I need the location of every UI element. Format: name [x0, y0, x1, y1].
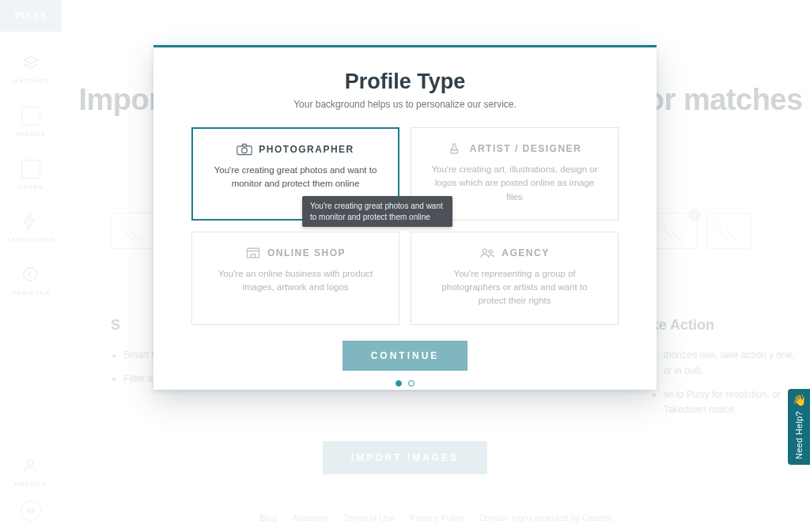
footer-link[interactable]: Privacy Policy — [410, 513, 464, 523]
svg-point-5 — [483, 249, 486, 253]
svg-point-6 — [489, 250, 492, 253]
step-dot-2[interactable] — [408, 380, 414, 387]
continue-button[interactable]: CONTINUE — [343, 341, 468, 371]
thumb-icon — [111, 213, 157, 249]
bolt-icon — [21, 213, 40, 232]
option-desc: You're an online business with product i… — [210, 267, 380, 295]
footer-text: Domain logos provided by Clearbit — [479, 513, 612, 523]
count-badge: 4 — [688, 209, 701, 221]
feature-bullet: thorized use, take action y one, or in b… — [664, 348, 802, 379]
sidebar-item-label: MATCHES — [13, 77, 49, 85]
sidebar-item-label: REGISTER — [12, 289, 51, 296]
option-agency[interactable]: AGENCY You're representing a group of ph… — [411, 232, 619, 325]
copyright-icon — [21, 266, 40, 285]
sidebar-item-cases[interactable]: CASES — [18, 160, 44, 191]
sidebar-item-matches[interactable]: MATCHES — [13, 54, 49, 85]
brush-icon — [448, 142, 464, 155]
sidebar-profile[interactable]: PROFILE AP — [0, 457, 62, 521]
thumb-icon: 4 — [651, 213, 697, 249]
feature-bullet: se to Pixsy for resolution, or Takedown … — [664, 387, 802, 419]
avatar[interactable]: AP — [21, 500, 41, 521]
step-indicator — [396, 380, 414, 387]
wave-icon: 👋 — [793, 394, 806, 406]
tooltip: You're creating great photos and want to… — [302, 196, 452, 227]
sidebar-item-takedowns[interactable]: TAKEDOWNS — [7, 213, 55, 243]
option-title: ARTIST / DESIGNER — [470, 143, 582, 154]
footer-link[interactable]: Terms of Use — [343, 513, 395, 523]
option-online-shop[interactable]: ONLINE SHOP You're an online business wi… — [191, 232, 399, 325]
option-desc: You're creating great photos and want to… — [210, 164, 380, 191]
thumb-icon — [706, 213, 752, 249]
people-icon — [479, 247, 495, 259]
sidebar-item-label: IMAGES — [16, 130, 46, 138]
step-dot-1[interactable] — [396, 380, 402, 387]
footer: Blog Academy Terms of Use Privacy Policy… — [62, 513, 810, 523]
modal-title: Profile Type — [345, 70, 466, 94]
help-tab[interactable]: Need Help? 👋 — [788, 389, 810, 465]
option-title: AGENCY — [502, 247, 549, 258]
option-desc: You're creating art, illustrations, desi… — [430, 163, 600, 204]
sidebar-item-label: CASES — [18, 183, 44, 191]
svg-point-0 — [24, 268, 37, 281]
svg-point-3 — [242, 148, 248, 153]
footer-link[interactable]: Academy — [292, 513, 328, 523]
layers-icon — [21, 54, 40, 73]
footer-link[interactable]: Blog — [259, 513, 277, 523]
sidebar-item-label: PROFILE — [14, 481, 47, 488]
camera-icon — [237, 143, 252, 156]
feature-title: ke Action — [651, 317, 802, 334]
user-icon — [21, 457, 40, 476]
feature-col: 4 ke Action thorized use, take action y … — [651, 217, 802, 426]
option-title: PHOTOGRAPHER — [259, 144, 354, 155]
brand-logo: PIXSY — [0, 0, 62, 32]
sidebar-item-label: TAKEDOWNS — [7, 236, 55, 243]
help-tab-label: Need Help? — [794, 411, 804, 459]
modal-subtitle: Your background helps us to personalize … — [293, 99, 517, 110]
file-icon — [21, 160, 40, 179]
sidebar-item-register[interactable]: REGISTER — [12, 266, 51, 296]
import-images-button[interactable]: IMPORT IMAGES — [323, 441, 487, 474]
option-title: ONLINE SHOP — [267, 247, 346, 258]
option-desc: You're representing a group of photograp… — [430, 267, 600, 308]
svg-point-1 — [27, 460, 32, 466]
sidebar: MATCHES IMAGES CASES TAKEDOWNS REGISTER — [0, 44, 62, 296]
shop-icon — [245, 247, 261, 259]
sidebar-item-images[interactable]: IMAGES — [16, 107, 46, 138]
image-icon — [21, 107, 40, 126]
